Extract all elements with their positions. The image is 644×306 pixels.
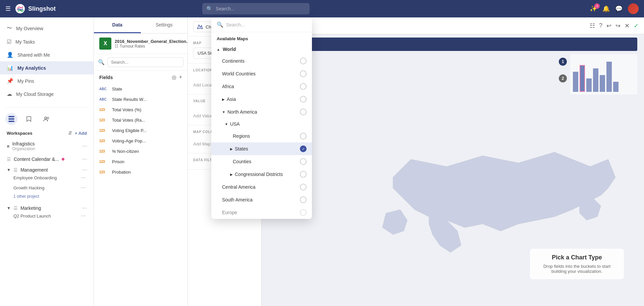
radio-congressional-districts[interactable] (300, 171, 307, 178)
dropdown-search-bar[interactable]: 🔍 (211, 17, 312, 32)
dropdown-item-congressional-districts[interactable]: ▶ Congressional Districts (211, 168, 312, 181)
item-label: World Countries (222, 71, 256, 76)
radio-states[interactable] (300, 145, 307, 152)
item-label: Congressional Districts (235, 172, 283, 177)
item-label: Africa (222, 84, 234, 89)
dropdown-item-africa[interactable]: Africa (211, 80, 312, 93)
radio-africa[interactable] (300, 83, 307, 90)
dropdown-item-counties[interactable]: Counties (211, 155, 312, 168)
chevron-right-icon: ▶ (230, 147, 233, 151)
dropdown-item-regions[interactable]: Regions (211, 130, 312, 142)
item-label: States (235, 146, 248, 151)
chevron-down-icon: ▼ (225, 122, 228, 126)
dropdown-item-north-america[interactable]: ▼ North America (211, 106, 312, 118)
item-label: South America (222, 197, 253, 202)
radio-europe[interactable] (300, 209, 307, 216)
item-label: USA (230, 121, 240, 127)
dropdown-item-states[interactable]: ▶ States (211, 142, 312, 155)
chevron-right-icon: ▶ (230, 173, 233, 176)
dropdown-group-world[interactable]: ▲ World (211, 44, 312, 55)
available-maps-dropdown: 🔍 Available Maps ▲ World Continents Worl… (211, 17, 312, 219)
radio-north-america[interactable] (300, 109, 307, 115)
radio-central-america[interactable] (300, 184, 307, 190)
dropdown-search-input[interactable] (226, 22, 307, 27)
dropdown-list: ▲ World Continents World Countries Afric… (211, 44, 312, 219)
item-label: Regions (233, 133, 250, 139)
dropdown-item-europe[interactable]: Europe (211, 206, 312, 219)
chevron-right-icon: ▶ (222, 98, 225, 101)
radio-south-america[interactable] (300, 196, 307, 203)
radio-asia[interactable] (300, 96, 307, 103)
group-label: World (223, 47, 236, 52)
dropdown-item-south-america[interactable]: South America (211, 193, 312, 206)
item-label: Continents (222, 58, 245, 64)
radio-world-countries[interactable] (300, 70, 307, 77)
item-label: Central America (222, 184, 256, 190)
dropdown-item-central-america[interactable]: Central America (211, 181, 312, 193)
item-label: North America (227, 109, 257, 115)
search-icon: 🔍 (217, 21, 223, 28)
dropdown-item-continents[interactable]: Continents (211, 55, 312, 67)
item-label: Asia (227, 97, 236, 102)
radio-continents[interactable] (300, 58, 307, 64)
chevron-down-icon: ▼ (222, 110, 225, 114)
dropdown-item-asia[interactable]: ▶ Asia (211, 93, 312, 106)
dropdown-title: Available Maps (211, 32, 312, 44)
chevron-up-icon: ▲ (217, 48, 220, 51)
dropdown-overlay[interactable]: 🔍 Available Maps ▲ World Continents Worl… (0, 0, 644, 306)
dropdown-item-usa[interactable]: ▼ USA (211, 118, 312, 130)
item-label: Europe (222, 210, 237, 215)
radio-regions[interactable] (300, 133, 307, 139)
dropdown-item-world-countries[interactable]: World Countries (211, 67, 312, 80)
item-label: Counties (233, 159, 251, 164)
radio-counties[interactable] (300, 158, 307, 165)
